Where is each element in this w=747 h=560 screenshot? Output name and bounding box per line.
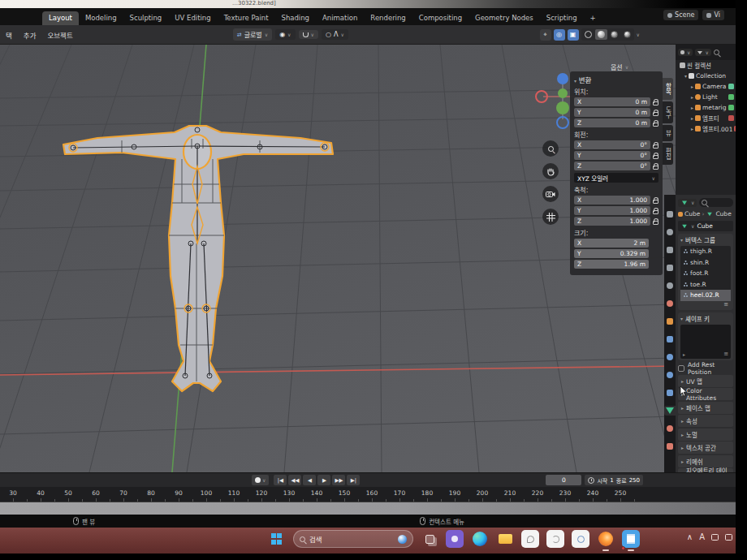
transform-field-x[interactable]: X2 m (574, 239, 649, 248)
workspace-tab-scripting[interactable]: Scripting (540, 11, 584, 25)
viewport-menu-0[interactable]: 택 (0, 30, 18, 40)
taskbar-app-white-app-pen[interactable] (521, 530, 539, 548)
n-panel-tab-항목[interactable]: 항목 (663, 78, 673, 100)
properties-tab-output[interactable] (664, 245, 676, 255)
timeline-ruler[interactable]: 3040506070809010011012013014015016017018… (0, 487, 736, 502)
play-button[interactable]: ▶ (317, 475, 330, 485)
panel-노멀[interactable]: ▸노멀 (678, 429, 733, 441)
transform-field-x[interactable]: X1.000 (574, 196, 650, 205)
taskbar-app-purple-app[interactable] (446, 530, 464, 548)
proportional-edit-dropdown[interactable]: ○ Λ ∨ (322, 29, 348, 40)
camera-view-button[interactable] (542, 186, 559, 202)
play-reverse-button[interactable]: ◀ (303, 475, 316, 485)
lock-icon[interactable] (653, 166, 658, 170)
workspace-tab-layout[interactable]: Layout (42, 11, 79, 25)
outliner-display-mode-dropdown[interactable]: ∨ (678, 49, 693, 56)
workspace-tab-shading[interactable]: Shading (274, 11, 316, 25)
scene-selector[interactable]: Scene (663, 10, 698, 20)
workspace-tab-rendering[interactable]: Rendering (364, 11, 412, 25)
properties-tab-material[interactable] (664, 424, 676, 433)
zoom-view-button[interactable] (542, 140, 559, 157)
properties-tab-world[interactable] (664, 299, 676, 308)
lock-icon[interactable] (653, 123, 658, 127)
disclosure-triangle-icon[interactable]: ▸ (691, 115, 693, 121)
prev-keyframe-button[interactable]: ◀◀ (288, 475, 301, 485)
vertex-group-heel.02.R[interactable]: heel.02.R (680, 290, 731, 301)
properties-tab-tool[interactable] (664, 209, 676, 219)
n-panel-tab-도구[interactable]: 도구 (663, 101, 673, 123)
properties-tab-view-layer[interactable] (664, 263, 676, 273)
tray-display-icon[interactable] (711, 534, 719, 541)
pivot-point-dropdown[interactable]: ◉ ∨ (275, 29, 295, 40)
disclosure-triangle-icon[interactable]: ▸ (691, 94, 693, 100)
xray-toggle[interactable]: ▣ (568, 29, 579, 41)
rendered-shading-button[interactable] (621, 29, 633, 40)
transform-field-y[interactable]: Y0° (574, 151, 650, 160)
disclosure-triangle-icon[interactable]: ▸ (691, 105, 693, 110)
workspace-tab-uv-editing[interactable]: UV Editing (168, 11, 217, 25)
material-shading-button[interactable] (608, 29, 620, 40)
properties-tab-texture[interactable] (664, 442, 676, 451)
properties-editor-type-dropdown[interactable]: ∨ (678, 199, 697, 207)
disclosure-triangle-icon[interactable]: ▸ (691, 126, 693, 131)
transform-field-z[interactable]: Z0 m (574, 118, 650, 127)
visibility-toggle-icon[interactable] (728, 105, 734, 110)
rotation-mode-dropdown[interactable]: XYZ 오일러∨ (574, 173, 658, 183)
lock-icon[interactable] (653, 210, 658, 214)
transform-field-y[interactable]: Y0 m (574, 108, 650, 117)
visibility-toggle-icon[interactable] (728, 84, 734, 89)
workspace-tab-sculpting[interactable]: Sculpting (123, 11, 169, 25)
transform-field-x[interactable]: X0° (574, 140, 650, 149)
taskbar-app-edge-browser[interactable] (471, 530, 489, 548)
lock-icon[interactable] (653, 155, 658, 159)
3d-viewport[interactable]: X 옵션 ∨ (0, 45, 676, 472)
workspace-tab-texture-paint[interactable]: Texture Paint (218, 11, 275, 25)
chevron-down-icon[interactable]: ∨ (637, 32, 640, 37)
start-frame-field[interactable]: 1 (610, 477, 613, 484)
panel-Color Attributes[interactable]: ▸Color Attributes (678, 388, 733, 400)
n-panel-tab-편집[interactable]: 편집 (663, 143, 673, 165)
workspace-tab-modeling[interactable]: Modeling (79, 11, 123, 25)
outliner-item-엠프티[interactable]: ▸엠프티 (676, 113, 736, 123)
properties-tab-render[interactable] (664, 227, 676, 237)
breadcrumb-object[interactable]: Cube (684, 210, 700, 218)
outliner-item-Collection[interactable]: ▾Collection (676, 71, 736, 81)
show-gizmo-toggle[interactable]: ⌖ (540, 29, 551, 41)
vertex-groups-header[interactable]: ▾ 버텍스 그룹 (680, 235, 731, 244)
wireframe-shading-button[interactable] (582, 29, 594, 40)
properties-tab-modifiers[interactable] (664, 334, 676, 344)
lock-icon[interactable] (653, 144, 658, 149)
timeline-scrollbar[interactable] (0, 502, 736, 515)
lock-icon[interactable] (653, 101, 658, 106)
panel-페이스 맵[interactable]: ▸페이스 맵 (678, 402, 733, 414)
workspace-tab-compositing[interactable]: Compositing (412, 11, 468, 25)
viewport-menu-2[interactable]: 오브젝트 (41, 30, 78, 40)
outliner-item-씬 컬렉션[interactable]: 씬 컬렉션 (676, 60, 736, 71)
transform-panel-header[interactable]: ▾ 변환 (574, 75, 658, 84)
viewport-menu-1[interactable]: 추가 (18, 30, 42, 40)
end-frame-field[interactable]: 250 (629, 477, 640, 484)
taskbar-app-task-view[interactable] (421, 530, 438, 548)
taskbar-app-white-app-spiral[interactable] (546, 530, 564, 548)
vertex-group-shin.R[interactable]: shin.R (680, 257, 731, 269)
outliner-filter-dropdown[interactable]: ∨ (695, 49, 710, 56)
taskbar-app-blue-notes[interactable] (622, 530, 640, 548)
disclosure-triangle-icon[interactable]: ▾ (684, 73, 687, 79)
lock-icon[interactable] (653, 221, 658, 225)
outliner-item-엠프티.001[interactable]: ▸엠프티.001 (676, 123, 736, 134)
transform-field-z[interactable]: Z1.000 (574, 217, 650, 226)
perspective-toggle-button[interactable] (542, 209, 559, 225)
breadcrumb-data[interactable]: Cube (715, 210, 731, 218)
jump-to-end-button[interactable]: ▶| (347, 475, 360, 485)
taskbar-app-white-app-ring[interactable] (572, 530, 589, 548)
show-overlays-toggle[interactable]: ◎ (554, 29, 565, 41)
workspace-tab--[interactable]: + (584, 11, 602, 25)
outliner-item-metarig[interactable]: ▸metarig (676, 102, 736, 113)
current-frame-field[interactable]: 0 (546, 475, 581, 485)
shape-keys-list[interactable]: ▸ ≡ (680, 325, 731, 359)
transform-field-z[interactable]: Z0° (574, 162, 650, 170)
viewport-options-dropdown[interactable]: 옵션 ∨ (611, 62, 628, 71)
visibility-toggle-icon[interactable] (728, 115, 734, 121)
tray-network-icon[interactable] (725, 534, 732, 541)
solid-shading-button[interactable] (595, 29, 607, 40)
